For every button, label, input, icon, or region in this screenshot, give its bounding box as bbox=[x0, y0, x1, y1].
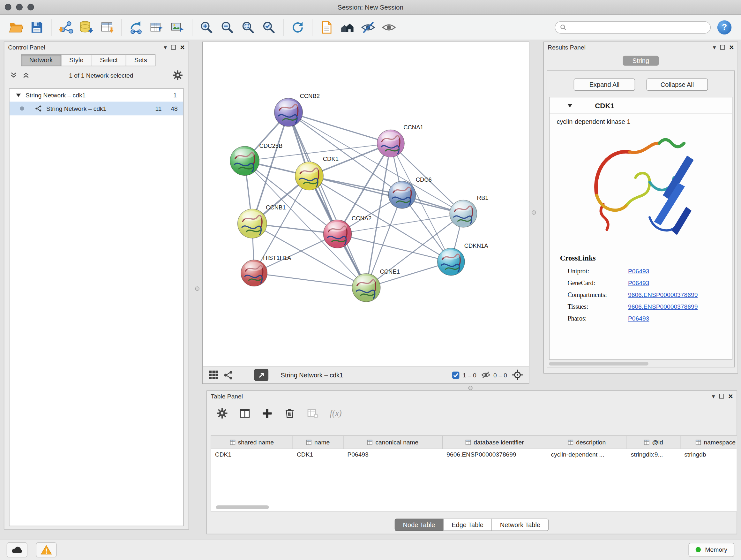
window-close-button[interactable] bbox=[5, 4, 11, 10]
warnings-button[interactable] bbox=[36, 542, 57, 557]
home-button[interactable] bbox=[337, 17, 358, 38]
column-header-description[interactable]: description bbox=[547, 436, 627, 449]
hidden-eye-slash-icon[interactable] bbox=[481, 370, 491, 380]
selected-checkbox-icon[interactable] bbox=[452, 371, 460, 379]
splitter-handle[interactable] bbox=[468, 386, 472, 390]
column-header-canonical-name[interactable]: canonical name bbox=[344, 436, 443, 449]
column-header-name[interactable]: name bbox=[293, 436, 343, 449]
copy-document-button[interactable] bbox=[316, 17, 337, 38]
gear-icon[interactable] bbox=[216, 408, 228, 419]
tab-select[interactable]: Select bbox=[91, 54, 126, 66]
expand-all-networks-icon[interactable] bbox=[10, 71, 17, 79]
close-panel-icon[interactable]: × bbox=[729, 43, 734, 51]
panel-menu-icon[interactable]: ▾ bbox=[713, 44, 716, 50]
network-node-ccnb2[interactable] bbox=[274, 98, 303, 126]
network-edge[interactable] bbox=[288, 112, 366, 288]
panel-menu-icon[interactable]: ▾ bbox=[164, 44, 167, 50]
float-panel-icon[interactable] bbox=[720, 45, 725, 50]
add-column-icon[interactable] bbox=[262, 408, 273, 419]
network-canvas[interactable]: CCNB2CCNA1CDC25BCDK1CDC6RB1CCNB1CCNA2CDK… bbox=[203, 42, 529, 366]
gear-icon[interactable] bbox=[172, 70, 183, 80]
collapse-caret-icon[interactable] bbox=[16, 94, 21, 97]
column-header-database-identifier[interactable]: database identifier bbox=[443, 436, 547, 449]
birdseye-grid-icon[interactable] bbox=[208, 370, 219, 380]
network-node-ccne1[interactable] bbox=[352, 273, 381, 302]
table-cell[interactable]: stringdb:9... bbox=[627, 449, 680, 462]
show-selected-button[interactable] bbox=[379, 17, 399, 38]
splitter-handle[interactable] bbox=[195, 287, 199, 291]
network-collection-row[interactable]: String Network – cdk1 1 bbox=[10, 89, 184, 102]
table-cell[interactable]: cyclin-dependent ... bbox=[547, 449, 627, 462]
cloud-button[interactable] bbox=[7, 542, 27, 557]
close-panel-icon[interactable]: × bbox=[728, 392, 733, 400]
network-edge[interactable] bbox=[309, 176, 463, 213]
search-input[interactable] bbox=[569, 23, 705, 31]
tab-edge-table[interactable]: Edge Table bbox=[443, 518, 492, 531]
hide-selected-button[interactable] bbox=[358, 17, 379, 38]
table-horizontal-scrollbar[interactable] bbox=[216, 505, 269, 509]
columns-icon[interactable] bbox=[239, 408, 251, 419]
network-node-hist1h1a[interactable] bbox=[241, 260, 267, 287]
share-network-icon[interactable] bbox=[223, 370, 233, 380]
refresh-button[interactable] bbox=[287, 17, 308, 38]
table-cell[interactable]: P06493 bbox=[344, 449, 443, 462]
splitter-handle[interactable] bbox=[532, 210, 536, 214]
tab-style[interactable]: Style bbox=[61, 54, 92, 66]
network-node-cdkn1a[interactable] bbox=[437, 248, 465, 275]
tab-node-table[interactable]: Node Table bbox=[394, 518, 444, 531]
delete-column-icon[interactable] bbox=[284, 408, 295, 419]
float-panel-icon[interactable] bbox=[719, 394, 724, 399]
crosslink-value[interactable]: 9606.ENSP00000378699 bbox=[628, 303, 697, 310]
network-from-table-button[interactable] bbox=[146, 17, 167, 38]
zoom-out-button[interactable] bbox=[217, 17, 238, 38]
column-header-shared-name[interactable]: shared name bbox=[211, 436, 293, 449]
column-header--id[interactable]: @id bbox=[627, 436, 680, 449]
zoom-in-button[interactable] bbox=[196, 17, 217, 38]
window-minimize-button[interactable] bbox=[16, 4, 23, 10]
network-node-ccnb1[interactable] bbox=[238, 209, 267, 238]
crosslink-value[interactable]: P06493 bbox=[628, 279, 649, 287]
window-zoom-button[interactable] bbox=[27, 4, 34, 10]
open-session-button[interactable] bbox=[6, 17, 26, 38]
crosslink-value[interactable]: P06493 bbox=[628, 267, 649, 274]
new-network-button[interactable] bbox=[126, 17, 146, 38]
column-header-namespace[interactable]: namespace bbox=[680, 436, 737, 449]
collapse-all-button[interactable]: Collapse All bbox=[647, 78, 708, 91]
crosslink-value[interactable]: P06493 bbox=[628, 315, 649, 322]
tab-string[interactable]: String bbox=[623, 56, 658, 66]
tab-sets[interactable]: Sets bbox=[126, 54, 155, 66]
network-edge[interactable] bbox=[254, 273, 366, 288]
search-box[interactable] bbox=[555, 21, 711, 34]
collapse-caret-icon[interactable] bbox=[567, 104, 572, 107]
export-view-button[interactable] bbox=[254, 369, 268, 381]
network-node-rb1[interactable] bbox=[450, 200, 477, 227]
help-button[interactable]: ? bbox=[718, 20, 731, 34]
network-graph[interactable]: CCNB2CCNA1CDC25BCDK1CDC6RB1CCNB1CCNA2CDK… bbox=[203, 42, 529, 366]
tab-network[interactable]: Network bbox=[21, 54, 61, 66]
float-panel-icon[interactable] bbox=[171, 45, 176, 50]
network-edge[interactable] bbox=[288, 112, 391, 143]
memory-button[interactable]: Memory bbox=[689, 543, 735, 557]
network-from-image-button[interactable] bbox=[167, 17, 188, 38]
network-row-selected[interactable]: String Network – cdk1 1148 bbox=[10, 102, 184, 115]
network-node-cdc25b[interactable] bbox=[230, 146, 259, 176]
table-cell[interactable]: CDK1 bbox=[211, 449, 293, 462]
zoom-selected-button[interactable] bbox=[259, 17, 279, 38]
network-node-ccna1[interactable] bbox=[377, 130, 405, 157]
crosshair-icon[interactable] bbox=[512, 369, 523, 381]
expand-all-button[interactable]: Expand All bbox=[574, 78, 635, 91]
close-panel-icon[interactable]: × bbox=[180, 43, 185, 51]
tab-network-table[interactable]: Network Table bbox=[491, 518, 549, 531]
gene-card-header[interactable]: CDK1 bbox=[549, 98, 732, 114]
save-session-button[interactable] bbox=[26, 17, 47, 38]
table-cell[interactable]: 9606.ENSP00000378699 bbox=[443, 449, 547, 462]
collapse-all-networks-icon[interactable] bbox=[22, 71, 30, 79]
table-row[interactable]: CDK1CDK1P064939606.ENSP00000378699cyclin… bbox=[211, 449, 737, 462]
panel-menu-icon[interactable]: ▾ bbox=[712, 393, 715, 399]
crosslink-value[interactable]: 9606.ENSP00000378699 bbox=[628, 291, 697, 298]
table-cell[interactable]: stringdb bbox=[680, 449, 737, 462]
import-network-file-button[interactable] bbox=[55, 17, 76, 38]
network-node-cdk1[interactable] bbox=[295, 162, 324, 190]
network-node-cdc6[interactable] bbox=[388, 181, 416, 208]
import-network-database-button[interactable] bbox=[76, 17, 97, 38]
